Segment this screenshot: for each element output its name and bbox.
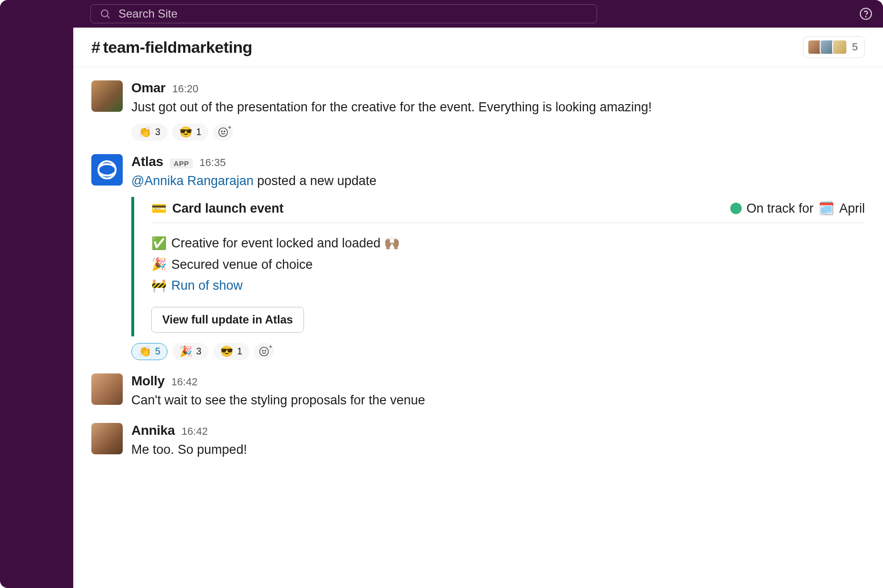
svg-point-8 [260,347,268,355]
members-button[interactable]: 5 [803,36,865,58]
channel-header: #team-fieldmarketing 5 [73,28,883,67]
status-value: April [839,201,865,216]
attachment-items: ✅ Creative for event locked and loaded 🙌… [151,233,865,296]
reaction-count: 1 [237,346,242,357]
reaction-sunglasses[interactable]: 😎1 [213,343,249,360]
channel-title[interactable]: #team-fieldmarketing [91,38,252,57]
add-reaction-icon: + [218,127,228,137]
sidebar [0,28,73,588]
author-name[interactable]: Atlas [131,154,163,169]
help-icon [859,7,873,20]
avatar[interactable] [91,154,123,186]
timestamp[interactable]: 16:35 [199,157,226,169]
tada-icon: 🎉 [179,345,192,358]
reaction-count: 3 [155,127,160,137]
reaction-sunglasses[interactable]: 😎1 [172,124,208,141]
search-icon [99,8,111,20]
item-link[interactable]: Run of show [171,275,243,296]
topbar: Search Site [0,0,883,28]
members-count: 5 [852,41,858,53]
author-name[interactable]: Annika [131,423,175,438]
attachment: 💳 Card launch event On track for 🗓️ Apri… [131,197,865,336]
message-text-tail: posted a new update [254,174,376,188]
raised-hands-icon: 🙌🏽 [384,236,400,250]
author-name[interactable]: Molly [131,373,165,389]
attachment-title[interactable]: Card launch event [172,201,284,216]
svg-line-1 [108,16,109,18]
timestamp[interactable]: 16:20 [172,83,198,95]
svg-point-9 [263,350,264,351]
timestamp[interactable]: 16:42 [182,425,208,438]
divider [151,223,865,223]
user-mention[interactable]: @Annika Rangarajan [131,174,254,188]
avatar-stack [807,39,847,55]
avatar[interactable] [91,423,123,454]
hash-icon: # [91,38,100,56]
check-icon: ✅ [151,233,165,254]
sunglasses-icon: 😎 [220,345,233,358]
search-placeholder: Search Site [118,7,177,20]
status-dot-icon [730,203,742,214]
list-item: 🎉 Secured venue of choice [151,254,865,275]
reaction-count: 1 [196,127,201,137]
atlas-icon [96,158,118,181]
reaction-count: 5 [155,346,160,357]
list-item: ✅ Creative for event locked and loaded 🙌… [151,233,865,254]
reactions: 👏5 🎉3 😎1 + [131,343,865,360]
item-text: Secured venue of choice [171,254,313,275]
item-text: Creative for event locked and loaded 🙌🏽 [171,233,400,254]
author-name[interactable]: Omar [131,80,166,96]
svg-point-6 [224,131,225,132]
svg-point-4 [219,127,227,136]
reaction-clap[interactable]: 👏3 [131,124,167,141]
svg-point-10 [265,350,266,351]
timestamp[interactable]: 16:42 [171,376,197,388]
tada-icon: 🎉 [151,254,165,274]
sunglasses-icon: 😎 [179,126,192,138]
main-panel: #team-fieldmarketing 5 [73,28,883,588]
reaction-clap[interactable]: 👏5 [131,343,167,360]
calendar-icon: 🗓️ [818,201,834,216]
add-reaction-button[interactable]: + [254,343,274,360]
message-text: Just got out of the presentation for the… [131,98,865,117]
app-badge: APP [170,158,193,168]
status-label: On track for [746,201,814,216]
reactions: 👏3 😎1 + [131,124,865,141]
avatar [832,39,847,55]
svg-point-3 [865,16,866,17]
card-icon: 💳 [151,201,167,216]
clap-icon: 👏 [138,126,151,138]
reaction-tada[interactable]: 🎉3 [172,343,208,360]
add-reaction-button[interactable]: + [213,124,233,141]
attachment-status: On track for 🗓️ April [730,201,865,216]
avatar[interactable] [91,373,123,405]
list-item: 🚧 Run of show [151,275,865,296]
help-button[interactable] [858,6,873,21]
channel-name: team-fieldmarketing [103,38,252,56]
avatar[interactable] [91,80,123,112]
message-text: Can't wait to see the styling proposals … [131,391,865,410]
construction-icon: 🚧 [151,275,165,296]
message: Annika 16:42 Me too. So pumped! [91,418,865,468]
svg-point-5 [222,131,223,132]
message-text: @Annika Rangarajan posted a new update [131,171,865,191]
message-list[interactable]: Omar 16:20 Just got out of the presentat… [73,67,883,588]
reaction-count: 3 [196,346,201,357]
add-reaction-icon: + [259,346,269,357]
message: Atlas APP 16:35 @Annika Rangarajan poste… [91,149,865,369]
clap-icon: 👏 [138,345,151,358]
search-input[interactable]: Search Site [90,4,597,23]
message: Omar 16:20 Just got out of the presentat… [91,76,865,149]
message: Molly 16:42 Can't wait to see the stylin… [91,369,865,419]
svg-point-0 [101,10,108,17]
message-text: Me too. So pumped! [131,440,865,460]
view-full-update-button[interactable]: View full update in Atlas [151,307,304,333]
